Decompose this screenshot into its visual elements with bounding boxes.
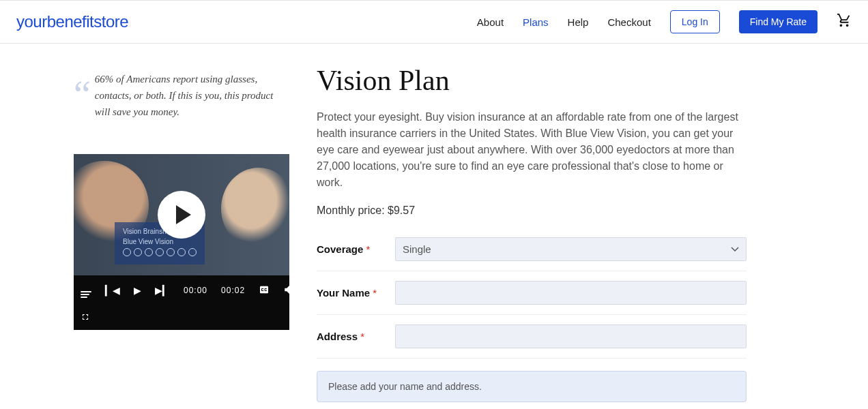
nav-help[interactable]: Help: [568, 16, 589, 28]
time-current: 00:00: [184, 286, 207, 295]
nav-about[interactable]: About: [477, 16, 504, 28]
address-label: Address *: [317, 331, 395, 342]
playlist-icon[interactable]: [81, 284, 91, 298]
coverage-select[interactable]: Single: [395, 237, 747, 261]
price-label: Monthly price:: [317, 204, 388, 216]
play-button[interactable]: [158, 191, 205, 239]
video-player: Vision Brainshark Blue View Vision ▎◀ ▶ …: [74, 154, 289, 330]
quote-block: “ 66% of Americans report using glasses,…: [74, 71, 276, 120]
find-my-rate-button[interactable]: Find My Rate: [739, 10, 818, 33]
video-controls: ▎◀ ▶ ▶▎ 00:00 00:02 ⋮: [74, 275, 289, 305]
left-column: “ 66% of Americans report using glasses,…: [16, 64, 303, 409]
time-total: 00:02: [221, 286, 245, 295]
quote-text: 66% of Americans report using glasses, c…: [95, 71, 276, 120]
prev-track-icon[interactable]: ▎◀: [105, 285, 120, 296]
address-input[interactable]: [395, 324, 747, 348]
name-row: Your Name *: [317, 271, 747, 315]
site-header: yourbenefitstore About Plans Help Checko…: [0, 0, 868, 44]
quote-mark-icon: “: [74, 83, 91, 106]
right-column: Vision Plan Protect your eyesight. Buy v…: [303, 64, 747, 409]
name-label: Your Name *: [317, 287, 395, 299]
name-input[interactable]: [395, 281, 747, 305]
price-value: $9.57: [388, 204, 415, 216]
nav-checkout[interactable]: Checkout: [607, 16, 650, 28]
plan-description: Protect your eyesight. Buy vision insura…: [317, 109, 747, 191]
video-overlay-line2: Blue View Vision: [123, 238, 197, 245]
info-message: Please add your name and address.: [317, 371, 747, 402]
page-content: “ 66% of Americans report using glasses,…: [0, 44, 868, 409]
page-title: Vision Plan: [317, 64, 747, 97]
fullscreen-icon[interactable]: [81, 312, 90, 324]
more-icon[interactable]: ⋮: [309, 285, 319, 296]
login-button[interactable]: Log In: [670, 10, 720, 33]
cc-icon[interactable]: [259, 284, 270, 297]
coverage-label: Coverage *: [317, 243, 395, 255]
cart-icon[interactable]: [837, 13, 852, 31]
monthly-price: Monthly price: $9.57: [317, 204, 747, 217]
nav-plans[interactable]: Plans: [523, 16, 549, 28]
site-logo[interactable]: yourbenefitstore: [16, 12, 128, 31]
coverage-row: Coverage * Single: [317, 228, 747, 271]
address-row: Address *: [317, 315, 747, 359]
next-track-icon[interactable]: ▶▎: [155, 285, 170, 296]
volume-icon[interactable]: [283, 284, 295, 298]
nav-right: About Plans Help Checkout Log In Find My…: [477, 10, 852, 33]
video-thumbnail[interactable]: Vision Brainshark Blue View Vision: [74, 154, 289, 275]
play-icon: [176, 205, 191, 224]
video-controls-row2: [74, 305, 289, 330]
play-icon[interactable]: ▶: [134, 285, 141, 296]
